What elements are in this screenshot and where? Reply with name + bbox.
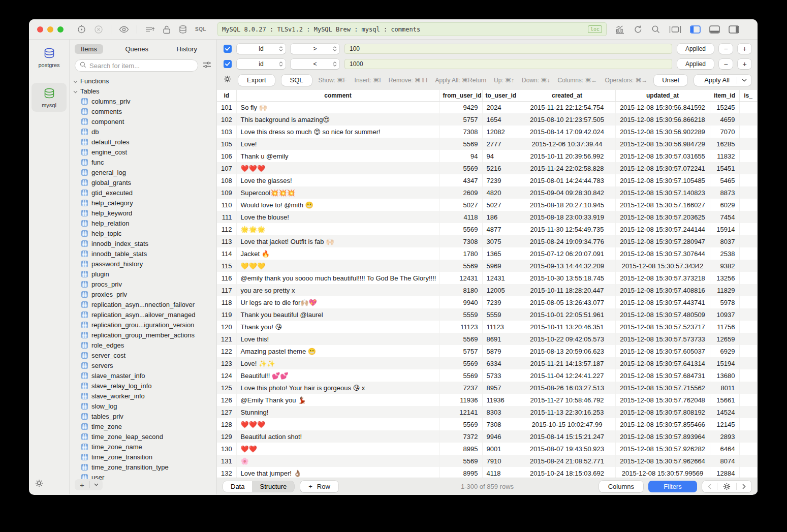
cell-updated_at[interactable]: 2015-12-08 15:30:56.902289 (615, 126, 710, 138)
cell-comment[interactable]: Love! (236, 138, 439, 150)
cell-updated_at[interactable]: 2015-12-08 15:30:57.031655 (615, 150, 710, 162)
table-row[interactable]: 125Love this photo! Your hair is gorgeou… (217, 382, 757, 394)
cell-comment[interactable]: Love this photo! Your hair is gorgeous 😘… (236, 382, 439, 394)
cell-comment[interactable]: Thank you! 😘 (236, 321, 439, 333)
cell-updated_at[interactable]: 2015-12-08 15:30:57.573733 (615, 333, 710, 345)
cell-created_at[interactable]: 2015-11-21 14:13:57.187 (519, 357, 615, 369)
cell-item_id[interactable]: 7454 (710, 211, 739, 223)
cell-is_[interactable] (739, 162, 757, 174)
table-row[interactable]: 108Love the glasses!434772392015-08-01 1… (217, 174, 757, 186)
cell-from_user_id[interactable]: 4118 (439, 211, 482, 223)
cell-comment[interactable]: Ur legs are to die for🙌🏼💖 (236, 296, 439, 308)
cell-is_[interactable] (739, 296, 757, 308)
cell-id[interactable]: 110 (217, 199, 236, 211)
cell-comment[interactable]: 💛💛💛 (236, 260, 439, 272)
cell-is_[interactable] (739, 308, 757, 321)
cell-updated_at[interactable]: 2015-12-08 15:30:57.34342 (615, 260, 710, 272)
cell-is_[interactable] (739, 467, 757, 478)
cell-to_user_id[interactable]: 4877 (482, 223, 519, 235)
cell-created_at[interactable]: 2015-11-27 10:58:46.792 (519, 394, 615, 406)
cell-created_at[interactable]: 2015-08-14 17:09:42.024 (519, 126, 615, 138)
sidebar-table-item[interactable]: func (70, 157, 216, 167)
cell-from_user_id[interactable]: 8180 (439, 284, 482, 296)
table-row[interactable]: 113Love that jacket! Outfit is fab 🙌🏻730… (217, 235, 757, 247)
cell-from_user_id[interactable]: 1780 (439, 247, 482, 260)
sidebar-table-item[interactable]: slave_worker_info (70, 391, 216, 401)
tab-queries[interactable]: Queries (119, 44, 154, 54)
cell-from_user_id[interactable]: 8995 (439, 467, 482, 478)
column-header-item_id[interactable]: item_id (710, 90, 739, 101)
sidebar-table-item[interactable]: password_history (70, 259, 216, 269)
cell-id[interactable]: 103 (217, 126, 236, 138)
cell-id[interactable]: 123 (217, 357, 236, 369)
cell-id[interactable]: 131 (217, 455, 236, 467)
cell-id[interactable]: 118 (217, 296, 236, 308)
filter-applied-button[interactable]: Applied (677, 44, 714, 54)
sidebar-table-item[interactable]: slow_log (70, 401, 216, 411)
zoom-window-button[interactable] (57, 26, 64, 33)
filter-value-input[interactable]: 100 (344, 44, 672, 54)
cell-created_at[interactable]: 2015-10-11 18:28:20.447 (519, 284, 615, 296)
cell-item_id[interactable]: 15194 (710, 357, 739, 369)
cell-item_id[interactable]: 6464 (710, 443, 739, 455)
cell-updated_at[interactable]: 2015-12-08 15:30:57.893964 (615, 430, 710, 443)
cell-from_user_id[interactable]: 5569 (439, 138, 482, 150)
sidebar-table-item[interactable]: replication_asyn...nnection_failover (70, 299, 216, 309)
cell-from_user_id[interactable]: 5569 (439, 418, 482, 430)
apply-all-button[interactable]: Apply All (694, 75, 751, 86)
search-input[interactable]: Search for item... (75, 59, 198, 72)
cell-comment[interactable]: Thank you beautiful @laurel (236, 308, 439, 321)
table-row[interactable]: 116@emily thank you soooo much beautiful… (217, 272, 757, 284)
cell-updated_at[interactable]: 2015-12-08 15:30:57.373218 (615, 272, 710, 284)
cell-item_id[interactable]: 12884 (710, 467, 739, 478)
lock-icon[interactable] (163, 25, 171, 34)
cell-item_id[interactable]: 12145 (710, 418, 739, 430)
cell-item_id[interactable]: 7070 (710, 126, 739, 138)
cell-to_user_id[interactable]: 7308 (482, 418, 519, 430)
cell-created_at[interactable]: 2015-10-15 10:02:47.99 (519, 418, 615, 430)
sidebar-table-item[interactable]: server_cost (70, 350, 216, 360)
sidebar-table-item[interactable]: component (70, 116, 216, 127)
cell-is_[interactable] (739, 211, 757, 223)
settings-gear-icon[interactable] (35, 479, 43, 489)
structure-view-button[interactable]: Structure (252, 481, 294, 492)
cell-created_at[interactable]: 2015-08-24 21:08:52.771 (519, 455, 615, 467)
cell-item_id[interactable]: 14524 (710, 406, 739, 418)
table-row[interactable]: 130❤️❤️899590012015-08-07 19:43:50.92320… (217, 443, 757, 455)
cell-updated_at[interactable]: 2015-12-08 15:30:57.203625 (615, 211, 710, 223)
cell-id[interactable]: 114 (217, 247, 236, 260)
cell-to_user_id[interactable]: 1365 (482, 247, 519, 260)
cell-created_at[interactable]: 2015-08-18 23:00:33.919 (519, 211, 615, 223)
cell-item_id[interactable]: 6029 (710, 199, 739, 211)
cell-to_user_id[interactable]: 9946 (482, 430, 519, 443)
table-row[interactable]: 128❤️❤️❤️556973082015-10-15 10:02:47.992… (217, 418, 757, 430)
cell-comment[interactable]: ❤️❤️ (236, 443, 439, 455)
table-row[interactable]: 132Love that jumper! 👌🏽899541182015-10-2… (217, 467, 757, 478)
cell-from_user_id[interactable]: 5569 (439, 369, 482, 382)
cell-created_at[interactable]: 2015-11-13 22:30:16.253 (519, 406, 615, 418)
cell-item_id[interactable]: 2893 (710, 430, 739, 443)
cell-item_id[interactable]: 15451 (710, 162, 739, 174)
cell-to_user_id[interactable]: 12431 (482, 272, 519, 284)
sidebar-table-item[interactable]: procs_priv (70, 279, 216, 289)
cell-created_at[interactable]: 2015-09-04 09:28:30.842 (519, 186, 615, 199)
table-row[interactable]: 110Would love to! @mith 😬502750272015-08… (217, 199, 757, 211)
cell-id[interactable]: 111 (217, 211, 236, 223)
cell-to_user_id[interactable]: 8691 (482, 333, 519, 345)
cell-from_user_id[interactable]: 5569 (439, 455, 482, 467)
cell-updated_at[interactable]: 2015-12-08 15:30:57.105485 (615, 174, 710, 186)
cell-id[interactable]: 119 (217, 308, 236, 321)
sidebar-table-item[interactable]: default_roles (70, 137, 216, 147)
cell-from_user_id[interactable]: 5569 (439, 223, 482, 235)
cell-created_at[interactable]: 2015-11-04 12:24:41.227 (519, 369, 615, 382)
cell-comment[interactable]: Love this! (236, 333, 439, 345)
cell-to_user_id[interactable]: 4118 (482, 467, 519, 478)
cell-from_user_id[interactable]: 12431 (439, 272, 482, 284)
cell-comment[interactable]: @emily thank you soooo much beautiful!!!… (236, 272, 439, 284)
sidebar-table-item[interactable]: innodb_index_stats (70, 238, 216, 248)
table-row[interactable]: 106Thank u @emily94942015-10-11 20:39:56… (217, 150, 757, 162)
cell-id[interactable]: 109 (217, 186, 236, 199)
column-header-from_user_id[interactable]: from_user_id (439, 90, 482, 101)
cell-item_id[interactable]: 8074 (710, 455, 739, 467)
table-row[interactable]: 129Beautiful action shot!737299462015-08… (217, 430, 757, 443)
